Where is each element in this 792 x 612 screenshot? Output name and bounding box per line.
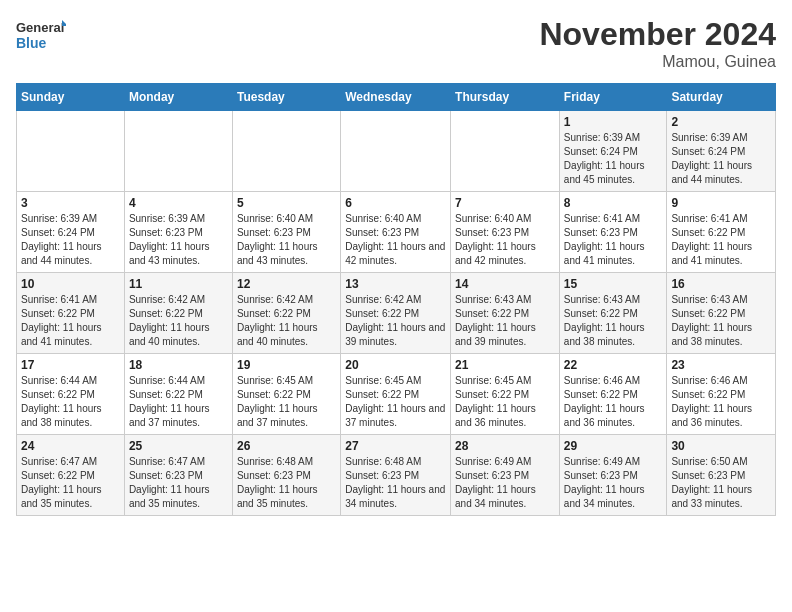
calendar-cell: 28Sunrise: 6:49 AM Sunset: 6:23 PM Dayli…: [451, 435, 560, 516]
day-number: 17: [21, 358, 120, 372]
calendar-cell: 6Sunrise: 6:40 AM Sunset: 6:23 PM Daylig…: [341, 192, 451, 273]
day-info: Sunrise: 6:44 AM Sunset: 6:22 PM Dayligh…: [129, 374, 228, 430]
logo-svg: General Blue: [16, 16, 66, 58]
day-number: 29: [564, 439, 663, 453]
calendar-week-row: 1Sunrise: 6:39 AM Sunset: 6:24 PM Daylig…: [17, 111, 776, 192]
calendar-cell: 19Sunrise: 6:45 AM Sunset: 6:22 PM Dayli…: [232, 354, 340, 435]
day-info: Sunrise: 6:43 AM Sunset: 6:22 PM Dayligh…: [455, 293, 555, 349]
logo: General Blue: [16, 16, 66, 58]
day-number: 3: [21, 196, 120, 210]
day-info: Sunrise: 6:45 AM Sunset: 6:22 PM Dayligh…: [237, 374, 336, 430]
day-number: 24: [21, 439, 120, 453]
day-number: 6: [345, 196, 446, 210]
day-number: 10: [21, 277, 120, 291]
calendar-week-row: 10Sunrise: 6:41 AM Sunset: 6:22 PM Dayli…: [17, 273, 776, 354]
calendar-cell: 10Sunrise: 6:41 AM Sunset: 6:22 PM Dayli…: [17, 273, 125, 354]
day-info: Sunrise: 6:43 AM Sunset: 6:22 PM Dayligh…: [564, 293, 663, 349]
day-number: 12: [237, 277, 336, 291]
calendar-cell: [17, 111, 125, 192]
day-number: 7: [455, 196, 555, 210]
weekday-header: Friday: [559, 84, 667, 111]
day-info: Sunrise: 6:49 AM Sunset: 6:23 PM Dayligh…: [455, 455, 555, 511]
calendar-cell: 4Sunrise: 6:39 AM Sunset: 6:23 PM Daylig…: [124, 192, 232, 273]
day-info: Sunrise: 6:41 AM Sunset: 6:23 PM Dayligh…: [564, 212, 663, 268]
day-info: Sunrise: 6:44 AM Sunset: 6:22 PM Dayligh…: [21, 374, 120, 430]
day-number: 13: [345, 277, 446, 291]
calendar-cell: 1Sunrise: 6:39 AM Sunset: 6:24 PM Daylig…: [559, 111, 667, 192]
calendar-cell: 26Sunrise: 6:48 AM Sunset: 6:23 PM Dayli…: [232, 435, 340, 516]
svg-text:General: General: [16, 20, 64, 35]
calendar-cell: 2Sunrise: 6:39 AM Sunset: 6:24 PM Daylig…: [667, 111, 776, 192]
day-info: Sunrise: 6:42 AM Sunset: 6:22 PM Dayligh…: [237, 293, 336, 349]
day-number: 1: [564, 115, 663, 129]
calendar-cell: 8Sunrise: 6:41 AM Sunset: 6:23 PM Daylig…: [559, 192, 667, 273]
day-info: Sunrise: 6:39 AM Sunset: 6:24 PM Dayligh…: [564, 131, 663, 187]
calendar-week-row: 24Sunrise: 6:47 AM Sunset: 6:22 PM Dayli…: [17, 435, 776, 516]
calendar-cell: 12Sunrise: 6:42 AM Sunset: 6:22 PM Dayli…: [232, 273, 340, 354]
calendar-cell: 13Sunrise: 6:42 AM Sunset: 6:22 PM Dayli…: [341, 273, 451, 354]
calendar-cell: 24Sunrise: 6:47 AM Sunset: 6:22 PM Dayli…: [17, 435, 125, 516]
weekday-header-row: SundayMondayTuesdayWednesdayThursdayFrid…: [17, 84, 776, 111]
day-number: 15: [564, 277, 663, 291]
day-info: Sunrise: 6:42 AM Sunset: 6:22 PM Dayligh…: [129, 293, 228, 349]
title-block: November 2024 Mamou, Guinea: [539, 16, 776, 71]
day-info: Sunrise: 6:45 AM Sunset: 6:22 PM Dayligh…: [455, 374, 555, 430]
day-number: 2: [671, 115, 771, 129]
calendar-cell: 9Sunrise: 6:41 AM Sunset: 6:22 PM Daylig…: [667, 192, 776, 273]
day-info: Sunrise: 6:40 AM Sunset: 6:23 PM Dayligh…: [455, 212, 555, 268]
day-info: Sunrise: 6:48 AM Sunset: 6:23 PM Dayligh…: [345, 455, 446, 511]
weekday-header: Thursday: [451, 84, 560, 111]
day-info: Sunrise: 6:39 AM Sunset: 6:23 PM Dayligh…: [129, 212, 228, 268]
day-info: Sunrise: 6:41 AM Sunset: 6:22 PM Dayligh…: [671, 212, 771, 268]
day-info: Sunrise: 6:50 AM Sunset: 6:23 PM Dayligh…: [671, 455, 771, 511]
location: Mamou, Guinea: [539, 53, 776, 71]
day-number: 27: [345, 439, 446, 453]
day-number: 8: [564, 196, 663, 210]
day-number: 9: [671, 196, 771, 210]
day-info: Sunrise: 6:39 AM Sunset: 6:24 PM Dayligh…: [21, 212, 120, 268]
day-info: Sunrise: 6:43 AM Sunset: 6:22 PM Dayligh…: [671, 293, 771, 349]
calendar-cell: 22Sunrise: 6:46 AM Sunset: 6:22 PM Dayli…: [559, 354, 667, 435]
calendar-cell: 14Sunrise: 6:43 AM Sunset: 6:22 PM Dayli…: [451, 273, 560, 354]
calendar-cell: 23Sunrise: 6:46 AM Sunset: 6:22 PM Dayli…: [667, 354, 776, 435]
day-number: 19: [237, 358, 336, 372]
day-info: Sunrise: 6:49 AM Sunset: 6:23 PM Dayligh…: [564, 455, 663, 511]
calendar-cell: 25Sunrise: 6:47 AM Sunset: 6:23 PM Dayli…: [124, 435, 232, 516]
weekday-header: Wednesday: [341, 84, 451, 111]
day-number: 25: [129, 439, 228, 453]
calendar-cell: 11Sunrise: 6:42 AM Sunset: 6:22 PM Dayli…: [124, 273, 232, 354]
calendar-week-row: 3Sunrise: 6:39 AM Sunset: 6:24 PM Daylig…: [17, 192, 776, 273]
calendar-cell: 15Sunrise: 6:43 AM Sunset: 6:22 PM Dayli…: [559, 273, 667, 354]
day-info: Sunrise: 6:42 AM Sunset: 6:22 PM Dayligh…: [345, 293, 446, 349]
calendar-cell: 18Sunrise: 6:44 AM Sunset: 6:22 PM Dayli…: [124, 354, 232, 435]
day-number: 4: [129, 196, 228, 210]
calendar-cell: 20Sunrise: 6:45 AM Sunset: 6:22 PM Dayli…: [341, 354, 451, 435]
day-number: 16: [671, 277, 771, 291]
day-number: 26: [237, 439, 336, 453]
day-number: 22: [564, 358, 663, 372]
day-number: 21: [455, 358, 555, 372]
day-number: 20: [345, 358, 446, 372]
day-info: Sunrise: 6:46 AM Sunset: 6:22 PM Dayligh…: [671, 374, 771, 430]
day-info: Sunrise: 6:39 AM Sunset: 6:24 PM Dayligh…: [671, 131, 771, 187]
day-info: Sunrise: 6:40 AM Sunset: 6:23 PM Dayligh…: [345, 212, 446, 268]
day-info: Sunrise: 6:47 AM Sunset: 6:23 PM Dayligh…: [129, 455, 228, 511]
calendar-cell: 3Sunrise: 6:39 AM Sunset: 6:24 PM Daylig…: [17, 192, 125, 273]
calendar-cell: 17Sunrise: 6:44 AM Sunset: 6:22 PM Dayli…: [17, 354, 125, 435]
calendar-cell: 30Sunrise: 6:50 AM Sunset: 6:23 PM Dayli…: [667, 435, 776, 516]
weekday-header: Monday: [124, 84, 232, 111]
calendar-cell: [341, 111, 451, 192]
calendar-cell: [124, 111, 232, 192]
day-number: 11: [129, 277, 228, 291]
day-info: Sunrise: 6:47 AM Sunset: 6:22 PM Dayligh…: [21, 455, 120, 511]
calendar-week-row: 17Sunrise: 6:44 AM Sunset: 6:22 PM Dayli…: [17, 354, 776, 435]
month-title: November 2024: [539, 16, 776, 53]
calendar-cell: 29Sunrise: 6:49 AM Sunset: 6:23 PM Dayli…: [559, 435, 667, 516]
day-number: 5: [237, 196, 336, 210]
day-number: 28: [455, 439, 555, 453]
day-info: Sunrise: 6:46 AM Sunset: 6:22 PM Dayligh…: [564, 374, 663, 430]
weekday-header: Saturday: [667, 84, 776, 111]
day-info: Sunrise: 6:48 AM Sunset: 6:23 PM Dayligh…: [237, 455, 336, 511]
calendar-cell: 7Sunrise: 6:40 AM Sunset: 6:23 PM Daylig…: [451, 192, 560, 273]
calendar-table: SundayMondayTuesdayWednesdayThursdayFrid…: [16, 83, 776, 516]
